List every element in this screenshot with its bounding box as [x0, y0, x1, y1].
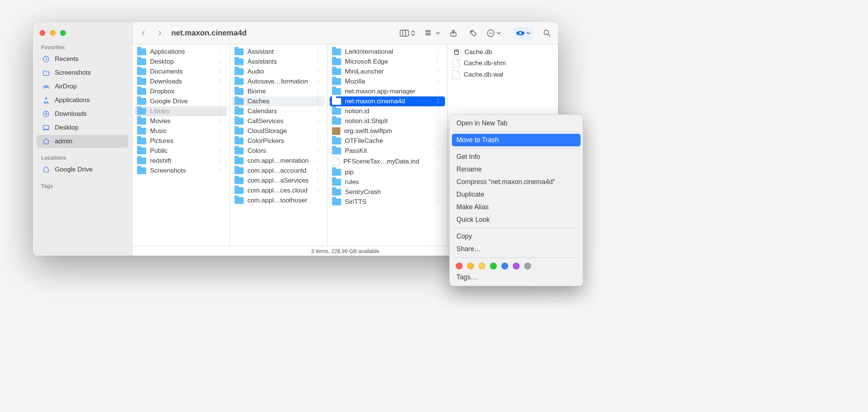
- database-icon: [452, 48, 461, 56]
- list-item[interactable]: LarkInternational〉: [330, 47, 445, 57]
- list-item[interactable]: Public〉: [135, 146, 227, 156]
- list-item[interactable]: rules〉: [330, 177, 445, 187]
- list-item[interactable]: Applications〉: [135, 47, 227, 57]
- list-item[interactable]: Google Drive〉: [135, 96, 227, 106]
- list-item[interactable]: com.appl…accountd〉: [232, 166, 325, 176]
- sidebar-item-downloads[interactable]: Downloads: [37, 107, 128, 120]
- menu-item-duplicate[interactable]: Duplicate: [452, 188, 581, 201]
- list-item[interactable]: Screenshots〉: [135, 166, 227, 176]
- list-item[interactable]: Biome〉: [232, 87, 325, 96]
- list-item[interactable]: SentryCrash〉: [330, 187, 445, 197]
- list-item[interactable]: Assistant〉: [232, 47, 325, 57]
- list-item[interactable]: com.appl…toothuser〉: [232, 196, 325, 205]
- list-item[interactable]: com.appl…aServices〉: [232, 176, 325, 186]
- list-item[interactable]: PFSceneTax…myData.ind: [330, 156, 445, 167]
- list-item[interactable]: Dropbox〉: [135, 87, 227, 96]
- forward-button[interactable]: [153, 27, 166, 40]
- list-item[interactable]: redshift〉: [135, 156, 227, 166]
- list-item[interactable]: Audio〉: [232, 67, 325, 77]
- menu-item-share[interactable]: Share…: [452, 243, 581, 255]
- sidebar-item-screenshots[interactable]: Screenshots: [37, 66, 128, 79]
- list-item[interactable]: Library〉: [135, 106, 227, 116]
- minimize-window-button[interactable]: [50, 30, 56, 36]
- menu-item-tags[interactable]: Tags…: [452, 271, 581, 284]
- tag-red[interactable]: [456, 263, 463, 269]
- tag-gray[interactable]: [524, 263, 531, 269]
- item-label: Screenshots: [150, 167, 186, 175]
- menu-item-get-info[interactable]: Get Info: [452, 151, 581, 163]
- tag-blue[interactable]: [501, 263, 508, 269]
- item-label: Movies: [150, 117, 171, 125]
- tag-icon: [469, 29, 477, 37]
- list-item[interactable]: com.appl…ces.cloud〉: [232, 186, 325, 196]
- list-item[interactable]: Autosave…formation〉: [232, 77, 325, 87]
- list-item[interactable]: CallServices〉: [232, 116, 325, 126]
- home-icon: [42, 138, 50, 145]
- list-item[interactable]: Movies〉: [135, 116, 227, 126]
- item-label: net.maxon.app-manager: [345, 88, 415, 95]
- list-item[interactable]: Colors〉: [232, 146, 325, 156]
- folder-icon: [235, 147, 244, 154]
- menu-item-compress-net-maxon-cinema4d[interactable]: Compress “net.maxon.cinema4d”: [452, 176, 581, 188]
- tag-purple[interactable]: [513, 263, 520, 269]
- list-item[interactable]: Calendars〉: [232, 106, 325, 116]
- list-item[interactable]: Assistants〉: [232, 57, 325, 67]
- list-item[interactable]: Cache.db-wal: [450, 69, 556, 80]
- chevron-right-icon: 〉: [316, 128, 322, 135]
- list-item[interactable]: Pictures〉: [135, 136, 227, 146]
- tag-orange[interactable]: [467, 263, 474, 269]
- menu-item-quick-look[interactable]: Quick Look: [452, 213, 581, 226]
- search-button[interactable]: [541, 27, 554, 40]
- item-label: PassKit: [345, 147, 367, 155]
- list-item[interactable]: MiniLauncher〉: [330, 67, 445, 77]
- view-columns-button[interactable]: [400, 27, 416, 40]
- item-label: com.appl…mentation: [247, 157, 309, 165]
- list-item[interactable]: SiriTTS〉: [330, 197, 445, 207]
- menu-item-make-alias[interactable]: Make Alias: [452, 201, 581, 213]
- list-item[interactable]: Cache.db-shm: [450, 58, 556, 69]
- sidebar-item-label: Screenshots: [55, 69, 91, 77]
- list-item[interactable]: net.maxon.cinema4d〉: [330, 96, 445, 106]
- back-button[interactable]: [137, 27, 150, 40]
- item-label: SentryCrash: [345, 188, 381, 196]
- list-item[interactable]: OTFileCache〉: [330, 136, 445, 146]
- list-item[interactable]: Music〉: [135, 126, 227, 136]
- tag-green[interactable]: [490, 263, 497, 269]
- list-item[interactable]: net.maxon.app-manager〉: [330, 87, 445, 96]
- list-item[interactable]: Downloads〉: [135, 77, 227, 87]
- list-item[interactable]: notion.id〉: [330, 106, 445, 116]
- list-item[interactable]: PassKit〉: [330, 146, 445, 156]
- sidebar-item-recents[interactable]: Recents: [37, 53, 128, 66]
- sidebar-item-desktop[interactable]: Desktop: [37, 121, 128, 134]
- list-item[interactable]: Documents〉: [135, 67, 227, 77]
- menu-item-rename[interactable]: Rename: [452, 163, 581, 176]
- list-item[interactable]: Microsoft Edge〉: [330, 57, 445, 67]
- menu-item-open-in-new-tab[interactable]: Open in New Tab: [452, 117, 581, 130]
- preview-toggle-button[interactable]: [513, 27, 534, 40]
- group-button[interactable]: [426, 27, 440, 40]
- sidebar-item-admin[interactable]: admin: [37, 135, 128, 148]
- menu-item-move-to-trash[interactable]: Move to Trash: [452, 134, 581, 146]
- close-window-button[interactable]: [40, 30, 45, 36]
- tags-button[interactable]: [467, 27, 480, 40]
- list-item[interactable]: CloudStorage〉: [232, 126, 325, 136]
- list-item[interactable]: Caches〉: [232, 96, 325, 106]
- menu-item-copy[interactable]: Copy: [452, 230, 581, 243]
- more-button[interactable]: [487, 27, 501, 40]
- list-item[interactable]: Desktop〉: [135, 57, 227, 67]
- list-item[interactable]: org.swift.swiftpm: [330, 126, 445, 136]
- sidebar-item-airdrop[interactable]: AirDrop: [37, 80, 128, 93]
- share-button[interactable]: [447, 27, 460, 40]
- sidebar-item-applications[interactable]: Applications: [37, 94, 128, 107]
- list-item[interactable]: ColorPickers〉: [232, 136, 325, 146]
- svg-point-22: [544, 30, 549, 35]
- fullscreen-window-button[interactable]: [60, 30, 66, 36]
- list-item[interactable]: Mozilla〉: [330, 77, 445, 87]
- tag-yellow[interactable]: [479, 263, 485, 269]
- list-item[interactable]: Cache.db: [450, 47, 556, 58]
- list-item[interactable]: com.appl…mentation〉: [232, 156, 325, 166]
- item-label: Downloads: [150, 78, 182, 85]
- list-item[interactable]: pip〉: [330, 167, 445, 177]
- sidebar-item-google-drive[interactable]: Google Drive: [37, 163, 128, 176]
- list-item[interactable]: notion.id.ShipIt〉: [330, 116, 445, 126]
